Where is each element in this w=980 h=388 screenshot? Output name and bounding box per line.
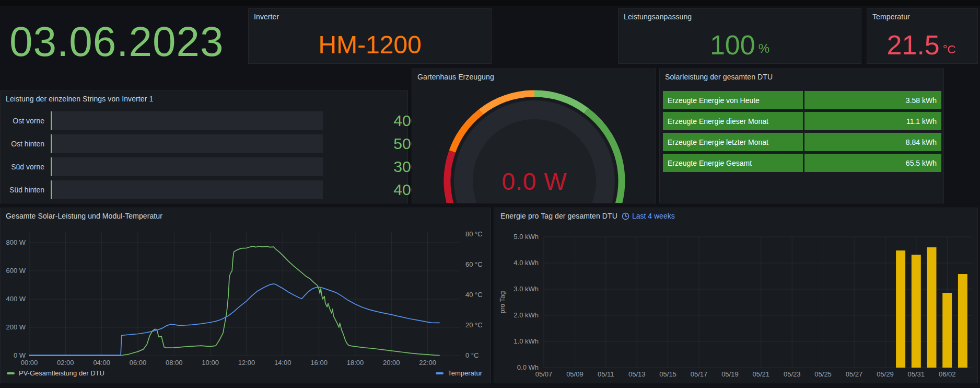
table-cell-label: Erzeugte Energie letzter Monat — [663, 133, 803, 151]
panel-title-power-limit[interactable]: Leistungsanpassung — [624, 13, 692, 21]
series-PV-Gesamtleistung der DTU — [29, 246, 439, 356]
svg-text:600 W: 600 W — [6, 267, 26, 275]
legend-item-temp[interactable]: Temperatur — [436, 369, 482, 377]
svg-text:04:00: 04:00 — [93, 359, 110, 367]
bar-06/01[interactable] — [927, 247, 937, 368]
svg-text:3.0 kWh: 3.0 kWh — [514, 285, 539, 293]
svg-text:0 °C: 0 °C — [465, 351, 479, 359]
date-stat-panel: 03.06.2023 — [0, 7, 246, 64]
svg-text:80 °C: 80 °C — [465, 230, 483, 238]
svg-text:05/17: 05/17 — [691, 370, 708, 378]
svg-text:10:00: 10:00 — [202, 359, 219, 367]
temperature-stat-panel: Temperatur 21.5 °C — [867, 8, 978, 64]
svg-text:5.0 kWh: 5.0 kWh — [514, 233, 539, 241]
bargauge-row: Süd vorne 300.0mW — [51, 157, 400, 176]
svg-text:4.0 kWh: 4.0 kWh — [514, 259, 539, 267]
svg-text:14:00: 14:00 — [274, 359, 291, 367]
bargauge-track — [51, 134, 323, 153]
svg-text:06/02: 06/02 — [939, 370, 956, 378]
bar-05/30[interactable] — [896, 250, 905, 368]
power-limit-unit: % — [759, 41, 769, 56]
power-limit-value: 100 — [710, 31, 755, 59]
svg-text:05/29: 05/29 — [877, 370, 894, 378]
power-temp-plot[interactable]: 00:0002:0004:0006:0008:0010:0012:0014:00… — [1, 208, 491, 383]
svg-text:12:00: 12:00 — [238, 359, 255, 367]
energy-table-panel: Solarleistung der gesamten DTU Erzeugte … — [659, 69, 944, 203]
daily-energy-plot[interactable]: 0.0 Wh1.0 kWh2.0 kWh3.0 kWh4.0 kWh5.0 kW… — [494, 208, 977, 383]
svg-text:0 W: 0 W — [14, 351, 26, 359]
svg-text:200 W: 200 W — [6, 323, 26, 331]
kiosk-top-bar — [0, 0, 980, 6]
daily-energy-chart-panel: Energie pro Tag der gesamten DTU Last 4 … — [494, 208, 978, 383]
svg-text:60 °C: 60 °C — [465, 260, 483, 268]
y-axis-label: pro Tag — [498, 291, 506, 313]
svg-text:18:00: 18:00 — [347, 359, 364, 367]
table-cell-label: Erzeugte Energie dieser Monat — [663, 112, 803, 130]
gauge-value: 0.0 W — [412, 167, 656, 196]
svg-text:02:00: 02:00 — [57, 359, 74, 367]
svg-text:1.0 kWh: 1.0 kWh — [514, 337, 539, 345]
legend-label-temp: Temperatur — [448, 369, 482, 377]
bargauge-fill — [51, 180, 52, 199]
svg-text:05/21: 05/21 — [753, 370, 770, 378]
legend-item-pv[interactable]: PV-Gesamtleistung der DTU — [7, 369, 104, 377]
svg-text:05/19: 05/19 — [721, 370, 739, 378]
temperature-value: 21.5 — [887, 31, 940, 59]
gauge-visualization[interactable]: 0.0 W — [412, 69, 656, 203]
bargauge-track — [51, 157, 323, 176]
legend-swatch-pv — [7, 372, 15, 374]
svg-text:00:00: 00:00 — [21, 359, 38, 367]
svg-text:06:00: 06:00 — [130, 359, 147, 367]
inverter-value: HM-1200 — [318, 32, 421, 58]
panel-title-inverter[interactable]: Inverter — [254, 13, 279, 21]
bargauge-track — [51, 180, 323, 199]
table-cell-label: Erzeugte Energie von Heute — [663, 91, 803, 109]
svg-text:05/15: 05/15 — [659, 370, 676, 378]
bargauge-label: Ost vorne — [13, 117, 44, 125]
svg-text:22:00: 22:00 — [419, 359, 436, 367]
svg-text:05/31: 05/31 — [908, 370, 925, 378]
svg-text:20 °C: 20 °C — [465, 321, 483, 329]
bargauge-fill — [51, 111, 52, 130]
table-cell-value: 65.5 kWh — [804, 154, 941, 172]
panel-title-energy-table[interactable]: Solarleistung der gesamten DTU — [665, 73, 773, 81]
strings-bargauge-panel: Leistung der einzelnen Strings von Inver… — [0, 90, 408, 203]
power-limit-stat-panel: Leistungsanpassung 100 % — [618, 8, 861, 64]
svg-text:05/07: 05/07 — [535, 370, 553, 378]
bargauge-label: Ost hinten — [11, 140, 44, 148]
current-date: 03.06.2023 — [9, 21, 224, 63]
svg-text:05/27: 05/27 — [846, 370, 863, 378]
bar-05/31[interactable] — [912, 255, 921, 368]
bargauge-fill — [51, 157, 52, 176]
svg-text:05/11: 05/11 — [598, 370, 614, 378]
grafana-dashboard: 03.06.2023 Inverter HM-1200 Leistungsanp… — [0, 0, 980, 388]
table-cell-value: 11.1 kWh — [804, 112, 941, 130]
svg-text:800 W: 800 W — [6, 238, 26, 246]
legend-label-pv: PV-Gesamtleistung der DTU — [19, 369, 104, 377]
bar-06/03[interactable] — [958, 274, 967, 368]
table-cell-value: 3.58 kWh — [804, 91, 941, 109]
svg-text:2.0 kWh: 2.0 kWh — [514, 311, 539, 319]
panel-title-temperature[interactable]: Temperatur — [872, 13, 910, 21]
svg-text:16:00: 16:00 — [310, 359, 328, 367]
svg-text:05/23: 05/23 — [784, 370, 801, 378]
bargauge-label: Süd vorne — [11, 163, 44, 171]
bargauge-row: Süd hinten 400.0mW — [51, 180, 400, 199]
svg-text:40 °C: 40 °C — [465, 291, 483, 299]
bargauge-track — [51, 111, 323, 130]
svg-text:05/13: 05/13 — [628, 370, 646, 378]
table-cell-label: Erzeugte Energie Gesamt — [663, 154, 803, 172]
svg-text:08:00: 08:00 — [166, 359, 183, 367]
bargauge-label: Süd hinten — [9, 186, 44, 194]
legend-swatch-temp — [436, 372, 444, 374]
svg-text:05/09: 05/09 — [566, 370, 584, 378]
bar-06/02[interactable] — [942, 293, 952, 368]
svg-text:05/25: 05/25 — [814, 370, 832, 378]
series-Temperatur — [29, 284, 439, 355]
panel-title-strings[interactable]: Leistung der einzelnen Strings von Inver… — [6, 95, 153, 103]
svg-text:400 W: 400 W — [6, 295, 26, 303]
gauge-panel: Gartenhaus Erzeugung 0.0 W — [412, 69, 656, 203]
bargauge-row: Ost vorne 400.0mW — [51, 111, 400, 130]
power-temp-chart-panel: Gesamte Solar-Leistung und Modul-Tempera… — [0, 208, 491, 383]
temperature-unit: °C — [943, 43, 956, 56]
